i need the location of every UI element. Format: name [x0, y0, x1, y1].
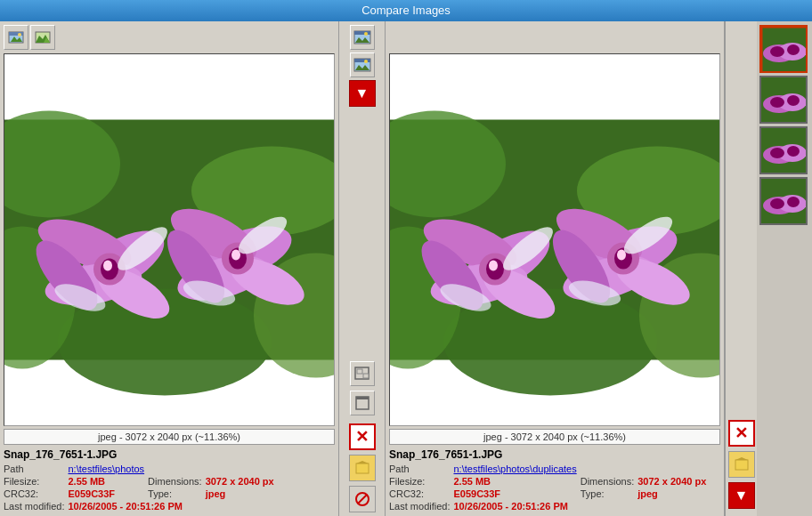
left-file-info: Snap_176_7651-1.JPG Path n:\testfiles\ph… [4, 448, 335, 512]
left-filesize-value: 2.55 MB [68, 476, 105, 487]
right-move-btn[interactable] [728, 451, 755, 478]
right-type-value: jpeg [637, 488, 658, 499]
right-path-label: Path [389, 463, 453, 475]
left-path-label: Path [4, 463, 68, 475]
left-delete-btn[interactable]: ✕ [349, 423, 376, 450]
svg-point-98 [787, 197, 800, 207]
middle-controls: ▼ ✕ [339, 21, 386, 516]
svg-point-88 [787, 95, 800, 106]
maximize-btn[interactable] [350, 391, 375, 415]
svg-rect-34 [354, 31, 370, 35]
right-view-btn[interactable] [350, 52, 375, 77]
svg-line-49 [358, 495, 367, 504]
svg-point-36 [364, 32, 368, 36]
title-bar: Compare Images [0, 0, 812, 21]
svg-rect-42 [357, 369, 362, 374]
left-modified-value: 10/26/2005 - 20:51:26 PM [68, 501, 182, 512]
app-title: Compare Images [361, 4, 451, 17]
right-image-area [389, 53, 720, 426]
right-modified-label: Last modified: [389, 500, 453, 512]
thumbnail-1[interactable] [759, 25, 808, 73]
left-path-value[interactable]: n:\testfiles\photos [68, 464, 144, 474]
svg-rect-46 [356, 464, 369, 473]
left-crc-label: CRC32: [4, 488, 68, 500]
right-filesize-label: Filesize: [389, 475, 453, 488]
left-view-btn[interactable] [350, 25, 375, 50]
svg-point-63 [489, 261, 498, 271]
left-toolbar-btn1[interactable] [4, 25, 28, 50]
right-crc-label: CRC32: [389, 488, 453, 500]
left-dimensions-label: Dimensions: [148, 475, 206, 488]
left-panel: jpeg - 3072 x 2040 px (~11.36%) Snap_176… [0, 21, 339, 516]
right-type-label: Type: [581, 488, 638, 500]
left-toolbar-btn2[interactable] [30, 25, 55, 50]
thumbnail-strip [757, 21, 812, 516]
svg-rect-38 [354, 59, 370, 62]
left-image-label: jpeg - 3072 x 2040 px (~11.36%) [4, 429, 335, 445]
left-block-btn[interactable] [349, 486, 376, 512]
left-modified-label: Last modified: [4, 500, 68, 512]
left-type-value: jpeg [206, 488, 226, 499]
svg-point-81 [770, 46, 784, 57]
svg-rect-45 [356, 397, 369, 399]
svg-point-93 [787, 146, 800, 157]
sync-btn[interactable] [350, 361, 375, 386]
svg-point-82 [787, 44, 800, 55]
svg-rect-76 [735, 460, 748, 470]
left-type-label: Type: [148, 488, 206, 500]
right-crc-value: E059C33F [453, 488, 500, 499]
svg-point-97 [770, 198, 784, 209]
right-delete-btn[interactable]: ✕ [728, 420, 755, 447]
left-dimensions-value: 3072 x 2040 px [206, 476, 274, 487]
thumbnail-3[interactable] [759, 126, 808, 174]
left-image-area [4, 53, 335, 426]
svg-point-87 [770, 97, 784, 108]
thumbnail-2[interactable] [759, 76, 808, 124]
left-filename: Snap_176_7651-1.JPG [4, 448, 335, 461]
svg-point-92 [770, 148, 784, 158]
thumbnail-4[interactable] [759, 177, 808, 225]
svg-rect-43 [363, 374, 369, 378]
left-move-btn[interactable] [349, 455, 376, 481]
svg-marker-77 [735, 457, 748, 460]
svg-marker-47 [356, 461, 369, 464]
svg-point-3 [18, 33, 21, 36]
right-filename: Snap_176_7651-1.JPG [389, 448, 720, 461]
left-toolbar [4, 25, 335, 50]
right-path-value[interactable]: n:\testfiles\photos\duplicates [453, 464, 576, 474]
right-modified-value: 10/26/2005 - 20:51:26 PM [453, 501, 567, 512]
svg-point-40 [364, 60, 368, 63]
right-dimensions-value: 3072 x 2040 px [637, 476, 706, 487]
right-toolbar [389, 25, 720, 50]
left-filesize-label: Filesize: [4, 475, 68, 488]
svg-point-20 [103, 261, 112, 271]
right-down-btn[interactable]: ▼ [728, 482, 755, 509]
right-panel: jpeg - 3072 x 2040 px (~11.36%) Snap_176… [386, 21, 725, 516]
right-filesize-value: 2.55 MB [453, 476, 491, 487]
left-crc-value: E059C33F [68, 488, 115, 499]
right-file-info: Snap_176_7651-1.JPG Path n:\testfiles\ph… [389, 448, 720, 512]
right-dimensions-label: Dimensions: [581, 475, 638, 488]
right-image-label: jpeg - 3072 x 2040 px (~11.36%) [389, 429, 720, 445]
middle-down-btn[interactable]: ▼ [349, 80, 376, 107]
